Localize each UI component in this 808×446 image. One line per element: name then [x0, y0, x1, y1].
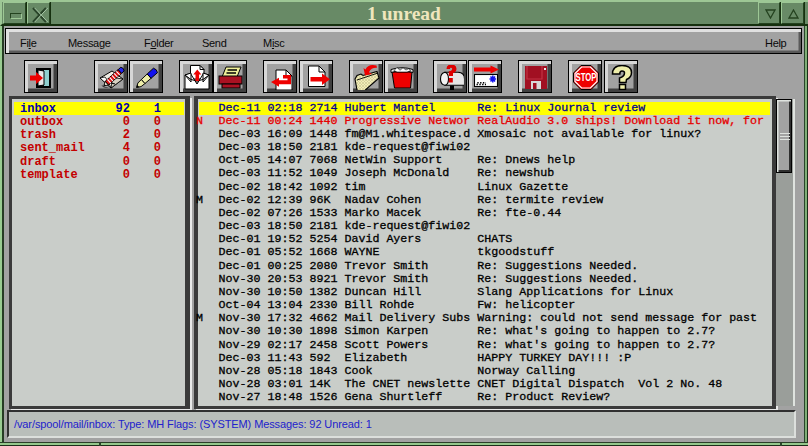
svg-text:STOP: STOP: [576, 72, 597, 83]
